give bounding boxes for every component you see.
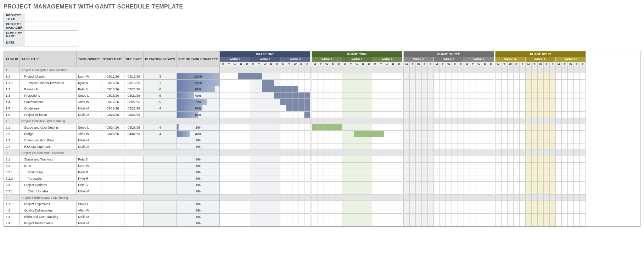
gantt-cell: [580, 99, 586, 105]
gantt-cell: [330, 67, 336, 73]
gantt-cell: [232, 195, 238, 201]
gantt-cell: [312, 105, 318, 112]
task-owner: Pete S: [77, 86, 101, 92]
task-title: Research: [20, 86, 77, 92]
gantt-cell: [238, 118, 244, 124]
gantt-cell: [440, 169, 446, 175]
gantt-cell: [262, 137, 268, 143]
gantt-cell: [226, 137, 232, 143]
task-start: 03/16/26: [101, 92, 124, 99]
gantt-cell: [360, 195, 366, 201]
meta-value[interactable]: [25, 22, 78, 30]
gantt-cell: [422, 175, 428, 182]
meta-value[interactable]: [25, 13, 78, 22]
gantt-cell: [298, 131, 304, 137]
gantt-cell: [274, 67, 280, 73]
gantt-cell: [495, 214, 502, 220]
gantt-cell: [366, 118, 372, 124]
task-start: [101, 163, 124, 169]
gantt-cell: [434, 214, 440, 220]
gantt-cell: [238, 169, 244, 175]
gantt-cell: [244, 92, 250, 99]
day-header: R: [574, 62, 580, 67]
gantt-cell: [538, 207, 544, 214]
gantt-cell: [348, 182, 354, 188]
gantt-cell: [256, 182, 262, 188]
gantt-cell: [428, 163, 434, 169]
gantt-cell: [562, 201, 568, 207]
gantt-cell: [396, 118, 402, 124]
gantt-cell: [268, 137, 274, 143]
task-start: 03/15/26: [101, 80, 124, 86]
gantt-cell: [508, 105, 514, 112]
gantt-cell: [452, 188, 458, 195]
gantt-cell: [482, 67, 488, 73]
gantt-cell: [396, 73, 402, 80]
gantt-cell: [514, 67, 520, 73]
gantt-cell: [292, 207, 298, 214]
task-pct: 50%: [177, 112, 220, 118]
gantt-cell: [304, 86, 310, 92]
meta-value[interactable]: [25, 39, 78, 46]
gantt-cell: [440, 131, 446, 137]
gantt-cell: [562, 207, 568, 214]
gantt-cell: [488, 105, 494, 112]
gantt-cell: [390, 169, 396, 175]
task-id: 4.4: [4, 220, 20, 226]
gantt-cell: [280, 220, 286, 226]
gantt-cell: [384, 188, 390, 195]
gantt-cell: [538, 214, 544, 220]
gantt-cell: [464, 150, 470, 156]
gantt-cell: [428, 150, 434, 156]
gantt-cell: [538, 220, 544, 226]
gantt-cell: [488, 156, 494, 163]
task-id: 4.1: [4, 201, 20, 207]
gantt-cell: [396, 163, 402, 169]
day-header: F: [396, 62, 402, 67]
gantt-cell: [574, 80, 580, 86]
gantt-cell: [470, 73, 476, 80]
gantt-cell: [372, 201, 378, 207]
task-due: [124, 207, 143, 214]
gantt-cell: [556, 137, 562, 143]
gantt-cell: [580, 220, 586, 226]
gantt-cell: [410, 188, 416, 195]
gantt-cell: [348, 195, 354, 201]
gantt-cell: [476, 195, 482, 201]
gantt-cell: [396, 67, 402, 73]
gantt-cell: [274, 214, 280, 220]
task-pct: 30%: [177, 131, 220, 137]
gantt-cell: [262, 195, 268, 201]
gantt-cell: [324, 201, 330, 207]
day-header: W: [354, 62, 360, 67]
gantt-cell: [354, 105, 360, 112]
task-id: 1: [4, 67, 20, 73]
gantt-cell: [434, 137, 440, 143]
gantt-cell: [360, 163, 366, 169]
gantt-cell: [520, 169, 526, 175]
gantt-cell: [378, 169, 384, 175]
gantt-cell: [220, 92, 226, 99]
gantt-cell: [532, 188, 538, 195]
gantt-cell: [446, 169, 452, 175]
gantt-cell: [336, 67, 342, 73]
gantt-cell: [366, 137, 372, 143]
gantt-cell: [488, 112, 494, 118]
meta-value[interactable]: [25, 30, 78, 39]
gantt-cell: [274, 188, 280, 195]
gantt-cell: [526, 137, 532, 143]
gantt-cell: [495, 201, 502, 207]
gantt-cell: [446, 143, 452, 150]
day-header: W: [384, 62, 390, 67]
gantt-cell: [452, 195, 458, 201]
day-header: F: [244, 62, 250, 67]
phase-header: PHASE FOUR: [495, 51, 586, 57]
gantt-cell: [428, 92, 434, 99]
gantt-cell: [416, 124, 422, 131]
gantt-cell: [580, 169, 586, 175]
gantt-cell: [396, 207, 402, 214]
gantt-cell: [434, 201, 440, 207]
gantt-cell: [342, 86, 348, 92]
gantt-cell: [514, 118, 520, 124]
gantt-cell: [580, 105, 586, 112]
